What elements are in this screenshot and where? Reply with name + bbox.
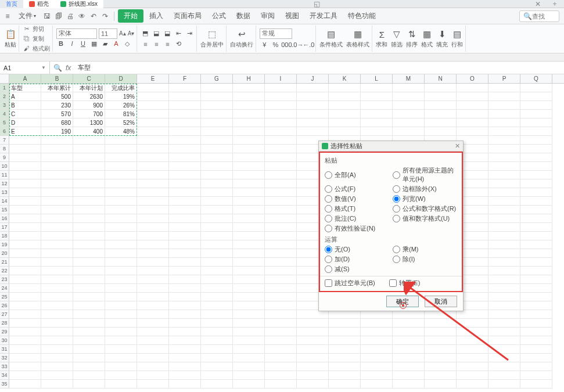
percent-icon[interactable]: % <box>271 40 280 49</box>
cell[interactable] <box>297 336 329 345</box>
radio-option[interactable]: 公式和数字格式(R) <box>393 204 457 213</box>
cell[interactable] <box>169 145 201 153</box>
cell[interactable] <box>41 153 73 162</box>
radio-option[interactable] <box>393 224 457 233</box>
cell[interactable] <box>329 345 361 354</box>
cell[interactable] <box>41 362 73 371</box>
cell[interactable] <box>520 371 552 380</box>
cell[interactable] <box>105 319 137 328</box>
menu-special[interactable]: 特色功能 <box>343 9 380 23</box>
cell[interactable] <box>41 345 73 354</box>
qa-print-icon[interactable]: 🖨 <box>65 11 76 21</box>
cell[interactable] <box>105 179 137 188</box>
cell[interactable] <box>137 162 169 171</box>
cell[interactable] <box>425 101 457 110</box>
cell[interactable] <box>9 171 41 179</box>
radio-input[interactable] <box>325 225 332 232</box>
cell[interactable] <box>137 240 169 249</box>
cell[interactable] <box>201 153 233 162</box>
cell[interactable] <box>233 336 265 345</box>
cell[interactable] <box>393 92 425 101</box>
radio-option[interactable]: 值和数字格式(U) <box>393 214 457 223</box>
cell[interactable] <box>41 336 73 345</box>
rowcol-button[interactable]: ▤行和 <box>451 28 463 49</box>
cell[interactable] <box>457 127 488 136</box>
cell[interactable] <box>265 319 297 328</box>
row-header[interactable]: 20 <box>0 249 9 258</box>
cell[interactable] <box>265 284 297 293</box>
cell[interactable] <box>488 101 520 110</box>
cell[interactable] <box>169 284 201 293</box>
cell[interactable] <box>425 354 457 362</box>
cell[interactable] <box>297 110 329 118</box>
italic-button[interactable]: I <box>67 39 77 48</box>
cell[interactable] <box>201 110 233 118</box>
cell[interactable] <box>105 362 137 371</box>
cell[interactable] <box>520 319 552 328</box>
cell[interactable] <box>137 110 169 118</box>
cell[interactable] <box>233 328 265 336</box>
cell[interactable] <box>265 206 297 214</box>
cell[interactable] <box>201 275 233 284</box>
cell[interactable] <box>265 214 297 223</box>
new-tab-button[interactable]: ＋ <box>545 0 564 9</box>
cell[interactable] <box>488 214 520 223</box>
cell[interactable] <box>169 258 201 267</box>
fontcolor-button[interactable]: A <box>112 39 121 48</box>
cell[interactable] <box>488 301 520 310</box>
cell[interactable] <box>169 162 201 171</box>
cell[interactable] <box>137 275 169 284</box>
col-header-N[interactable]: N <box>425 74 457 83</box>
cell[interactable] <box>201 284 233 293</box>
cell[interactable] <box>329 118 361 127</box>
font-grow-icon[interactable]: A▴ <box>119 30 126 37</box>
cell[interactable] <box>520 214 552 223</box>
row-header[interactable]: 10 <box>0 162 9 171</box>
cell[interactable] <box>41 275 73 284</box>
cell[interactable] <box>41 267 73 275</box>
cell[interactable] <box>169 354 201 362</box>
cell[interactable] <box>9 371 41 380</box>
cell[interactable] <box>265 232 297 240</box>
cell[interactable] <box>265 267 297 275</box>
cell[interactable] <box>297 92 329 101</box>
cell[interactable] <box>329 328 361 336</box>
cell[interactable] <box>265 110 297 118</box>
cell[interactable] <box>520 336 552 345</box>
cell[interactable] <box>297 319 329 328</box>
check-transpose-input[interactable] <box>389 279 397 287</box>
cell[interactable] <box>361 84 393 92</box>
cell[interactable] <box>233 206 265 214</box>
row-header[interactable]: 30 <box>0 336 9 345</box>
ok-button[interactable]: 确定 <box>386 296 419 307</box>
cell[interactable] <box>520 188 552 197</box>
cell[interactable]: 48% <box>105 127 137 136</box>
cell[interactable] <box>265 162 297 171</box>
menu-view[interactable]: 视图 <box>281 9 304 23</box>
font-size-combo[interactable]: 11 <box>99 28 117 39</box>
cell[interactable] <box>201 179 233 188</box>
cell[interactable] <box>265 127 297 136</box>
cell[interactable] <box>201 127 233 136</box>
dialog-titlebar[interactable]: 选择性粘贴 ✕ <box>319 141 463 152</box>
cell[interactable] <box>361 92 393 101</box>
cell[interactable] <box>329 336 361 345</box>
cell[interactable] <box>201 354 233 362</box>
cell[interactable] <box>265 345 297 354</box>
cell[interactable] <box>105 188 137 197</box>
cell[interactable] <box>520 328 552 336</box>
cell[interactable] <box>105 301 137 310</box>
cell[interactable] <box>169 136 201 145</box>
cell[interactable]: 230 <box>41 101 73 110</box>
cell[interactable] <box>73 301 105 310</box>
cell[interactable] <box>329 92 361 101</box>
align-mid-icon[interactable]: ⬓ <box>152 29 161 38</box>
cell[interactable] <box>73 145 105 153</box>
cell[interactable] <box>457 354 488 362</box>
row-header[interactable]: 12 <box>0 179 9 188</box>
cell[interactable] <box>488 328 520 336</box>
cell[interactable] <box>457 110 488 118</box>
cell[interactable] <box>73 240 105 249</box>
cell[interactable] <box>361 362 393 371</box>
cell[interactable] <box>9 275 41 284</box>
